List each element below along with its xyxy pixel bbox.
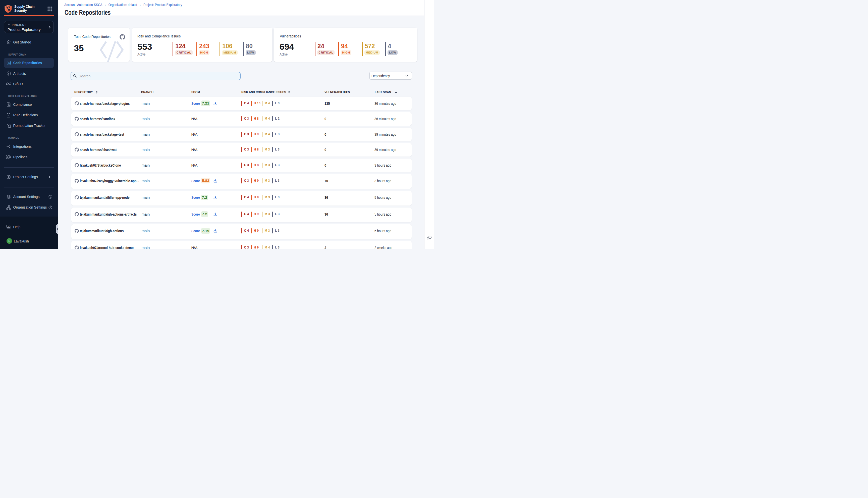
svg-text:?: ? (8, 225, 9, 227)
